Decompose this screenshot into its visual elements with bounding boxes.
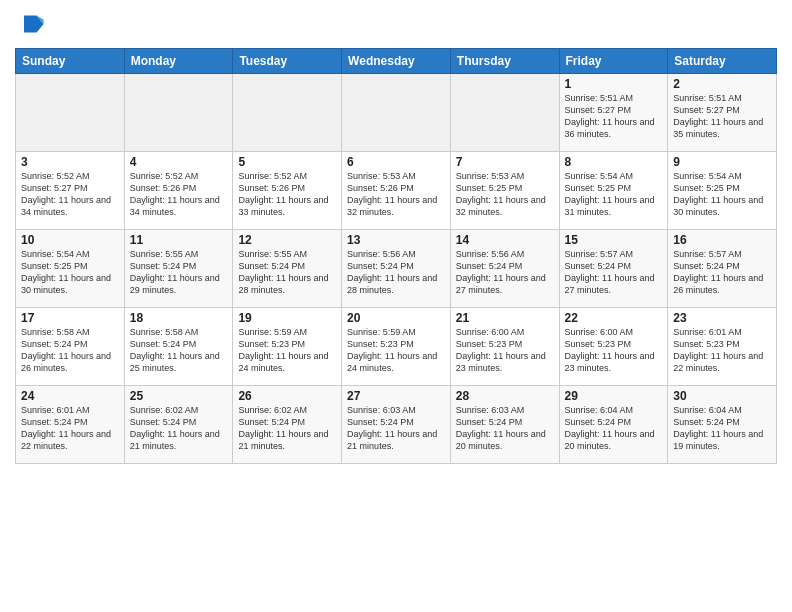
- calendar-cell: 18Sunrise: 5:58 AM Sunset: 5:24 PM Dayli…: [124, 308, 233, 386]
- calendar-cell: [124, 74, 233, 152]
- calendar-cell: 19Sunrise: 5:59 AM Sunset: 5:23 PM Dayli…: [233, 308, 342, 386]
- weekday-header: Sunday: [16, 49, 125, 74]
- day-number: 30: [673, 389, 771, 403]
- calendar-cell: 6Sunrise: 5:53 AM Sunset: 5:26 PM Daylig…: [342, 152, 451, 230]
- day-info: Sunrise: 5:54 AM Sunset: 5:25 PM Dayligh…: [565, 170, 663, 219]
- weekday-header: Thursday: [450, 49, 559, 74]
- day-info: Sunrise: 6:03 AM Sunset: 5:24 PM Dayligh…: [456, 404, 554, 453]
- calendar-cell: 10Sunrise: 5:54 AM Sunset: 5:25 PM Dayli…: [16, 230, 125, 308]
- day-info: Sunrise: 5:52 AM Sunset: 5:27 PM Dayligh…: [21, 170, 119, 219]
- day-number: 10: [21, 233, 119, 247]
- calendar-cell: 29Sunrise: 6:04 AM Sunset: 5:24 PM Dayli…: [559, 386, 668, 464]
- day-info: Sunrise: 5:56 AM Sunset: 5:24 PM Dayligh…: [347, 248, 445, 297]
- day-info: Sunrise: 5:54 AM Sunset: 5:25 PM Dayligh…: [21, 248, 119, 297]
- day-info: Sunrise: 5:59 AM Sunset: 5:23 PM Dayligh…: [238, 326, 336, 375]
- calendar-cell: 21Sunrise: 6:00 AM Sunset: 5:23 PM Dayli…: [450, 308, 559, 386]
- calendar-cell: 24Sunrise: 6:01 AM Sunset: 5:24 PM Dayli…: [16, 386, 125, 464]
- calendar-cell: 5Sunrise: 5:52 AM Sunset: 5:26 PM Daylig…: [233, 152, 342, 230]
- calendar-cell: 2Sunrise: 5:51 AM Sunset: 5:27 PM Daylig…: [668, 74, 777, 152]
- calendar-cell: 7Sunrise: 5:53 AM Sunset: 5:25 PM Daylig…: [450, 152, 559, 230]
- day-number: 21: [456, 311, 554, 325]
- day-info: Sunrise: 6:01 AM Sunset: 5:23 PM Dayligh…: [673, 326, 771, 375]
- day-info: Sunrise: 5:55 AM Sunset: 5:24 PM Dayligh…: [130, 248, 228, 297]
- day-info: Sunrise: 5:58 AM Sunset: 5:24 PM Dayligh…: [130, 326, 228, 375]
- day-info: Sunrise: 6:00 AM Sunset: 5:23 PM Dayligh…: [565, 326, 663, 375]
- calendar-cell: 30Sunrise: 6:04 AM Sunset: 5:24 PM Dayli…: [668, 386, 777, 464]
- weekday-header: Friday: [559, 49, 668, 74]
- day-info: Sunrise: 5:51 AM Sunset: 5:27 PM Dayligh…: [565, 92, 663, 141]
- day-info: Sunrise: 6:02 AM Sunset: 5:24 PM Dayligh…: [238, 404, 336, 453]
- day-number: 4: [130, 155, 228, 169]
- calendar-week-row: 1Sunrise: 5:51 AM Sunset: 5:27 PM Daylig…: [16, 74, 777, 152]
- day-number: 26: [238, 389, 336, 403]
- calendar-cell: 8Sunrise: 5:54 AM Sunset: 5:25 PM Daylig…: [559, 152, 668, 230]
- day-number: 15: [565, 233, 663, 247]
- day-info: Sunrise: 5:57 AM Sunset: 5:24 PM Dayligh…: [565, 248, 663, 297]
- day-info: Sunrise: 5:52 AM Sunset: 5:26 PM Dayligh…: [238, 170, 336, 219]
- day-number: 20: [347, 311, 445, 325]
- day-info: Sunrise: 5:52 AM Sunset: 5:26 PM Dayligh…: [130, 170, 228, 219]
- day-number: 7: [456, 155, 554, 169]
- calendar-header-row: SundayMondayTuesdayWednesdayThursdayFrid…: [16, 49, 777, 74]
- day-info: Sunrise: 5:59 AM Sunset: 5:23 PM Dayligh…: [347, 326, 445, 375]
- logo: [15, 10, 45, 42]
- day-number: 3: [21, 155, 119, 169]
- day-info: Sunrise: 5:51 AM Sunset: 5:27 PM Dayligh…: [673, 92, 771, 141]
- day-number: 18: [130, 311, 228, 325]
- weekday-header: Wednesday: [342, 49, 451, 74]
- calendar-cell: 15Sunrise: 5:57 AM Sunset: 5:24 PM Dayli…: [559, 230, 668, 308]
- day-number: 12: [238, 233, 336, 247]
- day-info: Sunrise: 5:57 AM Sunset: 5:24 PM Dayligh…: [673, 248, 771, 297]
- day-number: 2: [673, 77, 771, 91]
- page: SundayMondayTuesdayWednesdayThursdayFrid…: [0, 0, 792, 612]
- day-number: 28: [456, 389, 554, 403]
- day-number: 5: [238, 155, 336, 169]
- day-number: 29: [565, 389, 663, 403]
- day-number: 19: [238, 311, 336, 325]
- calendar-cell: 9Sunrise: 5:54 AM Sunset: 5:25 PM Daylig…: [668, 152, 777, 230]
- day-number: 23: [673, 311, 771, 325]
- header: [15, 10, 777, 42]
- calendar-cell: 4Sunrise: 5:52 AM Sunset: 5:26 PM Daylig…: [124, 152, 233, 230]
- day-info: Sunrise: 5:55 AM Sunset: 5:24 PM Dayligh…: [238, 248, 336, 297]
- day-info: Sunrise: 6:01 AM Sunset: 5:24 PM Dayligh…: [21, 404, 119, 453]
- calendar-cell: 25Sunrise: 6:02 AM Sunset: 5:24 PM Dayli…: [124, 386, 233, 464]
- day-info: Sunrise: 5:56 AM Sunset: 5:24 PM Dayligh…: [456, 248, 554, 297]
- day-number: 1: [565, 77, 663, 91]
- calendar-cell: 28Sunrise: 6:03 AM Sunset: 5:24 PM Dayli…: [450, 386, 559, 464]
- calendar-cell: 22Sunrise: 6:00 AM Sunset: 5:23 PM Dayli…: [559, 308, 668, 386]
- day-info: Sunrise: 5:53 AM Sunset: 5:25 PM Dayligh…: [456, 170, 554, 219]
- calendar-week-row: 17Sunrise: 5:58 AM Sunset: 5:24 PM Dayli…: [16, 308, 777, 386]
- day-info: Sunrise: 5:54 AM Sunset: 5:25 PM Dayligh…: [673, 170, 771, 219]
- day-number: 25: [130, 389, 228, 403]
- calendar-table: SundayMondayTuesdayWednesdayThursdayFrid…: [15, 48, 777, 464]
- calendar-cell: 23Sunrise: 6:01 AM Sunset: 5:23 PM Dayli…: [668, 308, 777, 386]
- calendar-cell: [233, 74, 342, 152]
- day-number: 6: [347, 155, 445, 169]
- day-number: 27: [347, 389, 445, 403]
- calendar-cell: 3Sunrise: 5:52 AM Sunset: 5:27 PM Daylig…: [16, 152, 125, 230]
- day-info: Sunrise: 5:58 AM Sunset: 5:24 PM Dayligh…: [21, 326, 119, 375]
- weekday-header: Saturday: [668, 49, 777, 74]
- weekday-header: Monday: [124, 49, 233, 74]
- calendar-week-row: 3Sunrise: 5:52 AM Sunset: 5:27 PM Daylig…: [16, 152, 777, 230]
- calendar-week-row: 10Sunrise: 5:54 AM Sunset: 5:25 PM Dayli…: [16, 230, 777, 308]
- calendar-cell: 27Sunrise: 6:03 AM Sunset: 5:24 PM Dayli…: [342, 386, 451, 464]
- day-info: Sunrise: 6:04 AM Sunset: 5:24 PM Dayligh…: [673, 404, 771, 453]
- day-number: 22: [565, 311, 663, 325]
- calendar-cell: 26Sunrise: 6:02 AM Sunset: 5:24 PM Dayli…: [233, 386, 342, 464]
- calendar-cell: [450, 74, 559, 152]
- calendar-cell: 20Sunrise: 5:59 AM Sunset: 5:23 PM Dayli…: [342, 308, 451, 386]
- day-info: Sunrise: 6:02 AM Sunset: 5:24 PM Dayligh…: [130, 404, 228, 453]
- calendar-week-row: 24Sunrise: 6:01 AM Sunset: 5:24 PM Dayli…: [16, 386, 777, 464]
- calendar-cell: [342, 74, 451, 152]
- weekday-header: Tuesday: [233, 49, 342, 74]
- day-number: 8: [565, 155, 663, 169]
- calendar-cell: [16, 74, 125, 152]
- day-number: 17: [21, 311, 119, 325]
- day-number: 9: [673, 155, 771, 169]
- day-number: 14: [456, 233, 554, 247]
- calendar-cell: 16Sunrise: 5:57 AM Sunset: 5:24 PM Dayli…: [668, 230, 777, 308]
- day-info: Sunrise: 5:53 AM Sunset: 5:26 PM Dayligh…: [347, 170, 445, 219]
- day-info: Sunrise: 6:00 AM Sunset: 5:23 PM Dayligh…: [456, 326, 554, 375]
